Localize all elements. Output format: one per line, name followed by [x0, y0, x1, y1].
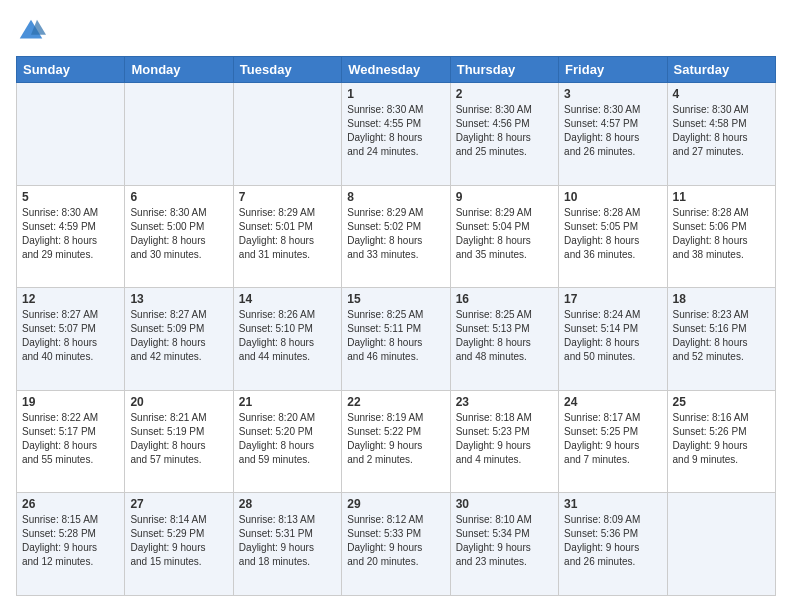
day-info: Sunrise: 8:16 AM Sunset: 5:26 PM Dayligh…	[673, 411, 770, 467]
calendar-cell: 21Sunrise: 8:20 AM Sunset: 5:20 PM Dayli…	[233, 390, 341, 493]
day-info: Sunrise: 8:23 AM Sunset: 5:16 PM Dayligh…	[673, 308, 770, 364]
calendar-cell: 8Sunrise: 8:29 AM Sunset: 5:02 PM Daylig…	[342, 185, 450, 288]
calendar-cell: 16Sunrise: 8:25 AM Sunset: 5:13 PM Dayli…	[450, 288, 558, 391]
calendar-cell: 5Sunrise: 8:30 AM Sunset: 4:59 PM Daylig…	[17, 185, 125, 288]
day-number: 17	[564, 292, 661, 306]
weekday-header-monday: Monday	[125, 57, 233, 83]
day-info: Sunrise: 8:10 AM Sunset: 5:34 PM Dayligh…	[456, 513, 553, 569]
day-number: 11	[673, 190, 770, 204]
day-info: Sunrise: 8:30 AM Sunset: 4:59 PM Dayligh…	[22, 206, 119, 262]
day-info: Sunrise: 8:19 AM Sunset: 5:22 PM Dayligh…	[347, 411, 444, 467]
calendar-cell: 18Sunrise: 8:23 AM Sunset: 5:16 PM Dayli…	[667, 288, 775, 391]
calendar-cell: 30Sunrise: 8:10 AM Sunset: 5:34 PM Dayli…	[450, 493, 558, 596]
day-info: Sunrise: 8:28 AM Sunset: 5:06 PM Dayligh…	[673, 206, 770, 262]
day-info: Sunrise: 8:18 AM Sunset: 5:23 PM Dayligh…	[456, 411, 553, 467]
day-info: Sunrise: 8:13 AM Sunset: 5:31 PM Dayligh…	[239, 513, 336, 569]
calendar-cell: 2Sunrise: 8:30 AM Sunset: 4:56 PM Daylig…	[450, 83, 558, 186]
day-number: 30	[456, 497, 553, 511]
page: SundayMondayTuesdayWednesdayThursdayFrid…	[0, 0, 792, 612]
day-info: Sunrise: 8:30 AM Sunset: 4:56 PM Dayligh…	[456, 103, 553, 159]
day-info: Sunrise: 8:24 AM Sunset: 5:14 PM Dayligh…	[564, 308, 661, 364]
header	[16, 16, 776, 46]
calendar-table: SundayMondayTuesdayWednesdayThursdayFrid…	[16, 56, 776, 596]
logo-icon	[16, 16, 46, 46]
day-number: 3	[564, 87, 661, 101]
weekday-header-friday: Friday	[559, 57, 667, 83]
day-info: Sunrise: 8:21 AM Sunset: 5:19 PM Dayligh…	[130, 411, 227, 467]
calendar-week-4: 19Sunrise: 8:22 AM Sunset: 5:17 PM Dayli…	[17, 390, 776, 493]
weekday-header-saturday: Saturday	[667, 57, 775, 83]
calendar-cell: 1Sunrise: 8:30 AM Sunset: 4:55 PM Daylig…	[342, 83, 450, 186]
day-info: Sunrise: 8:30 AM Sunset: 4:55 PM Dayligh…	[347, 103, 444, 159]
day-number: 24	[564, 395, 661, 409]
calendar-week-3: 12Sunrise: 8:27 AM Sunset: 5:07 PM Dayli…	[17, 288, 776, 391]
weekday-header-row: SundayMondayTuesdayWednesdayThursdayFrid…	[17, 57, 776, 83]
day-info: Sunrise: 8:22 AM Sunset: 5:17 PM Dayligh…	[22, 411, 119, 467]
calendar-cell: 31Sunrise: 8:09 AM Sunset: 5:36 PM Dayli…	[559, 493, 667, 596]
day-info: Sunrise: 8:26 AM Sunset: 5:10 PM Dayligh…	[239, 308, 336, 364]
calendar-cell: 20Sunrise: 8:21 AM Sunset: 5:19 PM Dayli…	[125, 390, 233, 493]
calendar-cell	[17, 83, 125, 186]
calendar-cell: 13Sunrise: 8:27 AM Sunset: 5:09 PM Dayli…	[125, 288, 233, 391]
calendar-cell: 23Sunrise: 8:18 AM Sunset: 5:23 PM Dayli…	[450, 390, 558, 493]
day-number: 4	[673, 87, 770, 101]
calendar-cell	[233, 83, 341, 186]
calendar-cell: 11Sunrise: 8:28 AM Sunset: 5:06 PM Dayli…	[667, 185, 775, 288]
day-number: 18	[673, 292, 770, 306]
weekday-header-thursday: Thursday	[450, 57, 558, 83]
day-number: 23	[456, 395, 553, 409]
day-number: 28	[239, 497, 336, 511]
day-number: 16	[456, 292, 553, 306]
day-info: Sunrise: 8:12 AM Sunset: 5:33 PM Dayligh…	[347, 513, 444, 569]
day-info: Sunrise: 8:29 AM Sunset: 5:02 PM Dayligh…	[347, 206, 444, 262]
day-number: 2	[456, 87, 553, 101]
day-info: Sunrise: 8:20 AM Sunset: 5:20 PM Dayligh…	[239, 411, 336, 467]
calendar-cell: 6Sunrise: 8:30 AM Sunset: 5:00 PM Daylig…	[125, 185, 233, 288]
day-number: 29	[347, 497, 444, 511]
day-info: Sunrise: 8:27 AM Sunset: 5:09 PM Dayligh…	[130, 308, 227, 364]
weekday-header-sunday: Sunday	[17, 57, 125, 83]
calendar-cell: 3Sunrise: 8:30 AM Sunset: 4:57 PM Daylig…	[559, 83, 667, 186]
day-number: 1	[347, 87, 444, 101]
calendar-week-2: 5Sunrise: 8:30 AM Sunset: 4:59 PM Daylig…	[17, 185, 776, 288]
day-info: Sunrise: 8:14 AM Sunset: 5:29 PM Dayligh…	[130, 513, 227, 569]
calendar-cell: 4Sunrise: 8:30 AM Sunset: 4:58 PM Daylig…	[667, 83, 775, 186]
day-number: 9	[456, 190, 553, 204]
day-info: Sunrise: 8:25 AM Sunset: 5:11 PM Dayligh…	[347, 308, 444, 364]
calendar-cell: 27Sunrise: 8:14 AM Sunset: 5:29 PM Dayli…	[125, 493, 233, 596]
day-number: 6	[130, 190, 227, 204]
day-number: 15	[347, 292, 444, 306]
calendar-cell: 24Sunrise: 8:17 AM Sunset: 5:25 PM Dayli…	[559, 390, 667, 493]
day-number: 12	[22, 292, 119, 306]
weekday-header-tuesday: Tuesday	[233, 57, 341, 83]
day-number: 31	[564, 497, 661, 511]
day-number: 22	[347, 395, 444, 409]
day-number: 8	[347, 190, 444, 204]
calendar-cell: 10Sunrise: 8:28 AM Sunset: 5:05 PM Dayli…	[559, 185, 667, 288]
calendar-cell: 25Sunrise: 8:16 AM Sunset: 5:26 PM Dayli…	[667, 390, 775, 493]
day-info: Sunrise: 8:30 AM Sunset: 4:57 PM Dayligh…	[564, 103, 661, 159]
calendar-cell	[125, 83, 233, 186]
day-info: Sunrise: 8:25 AM Sunset: 5:13 PM Dayligh…	[456, 308, 553, 364]
day-number: 20	[130, 395, 227, 409]
day-number: 26	[22, 497, 119, 511]
day-info: Sunrise: 8:27 AM Sunset: 5:07 PM Dayligh…	[22, 308, 119, 364]
day-number: 25	[673, 395, 770, 409]
day-info: Sunrise: 8:15 AM Sunset: 5:28 PM Dayligh…	[22, 513, 119, 569]
day-info: Sunrise: 8:28 AM Sunset: 5:05 PM Dayligh…	[564, 206, 661, 262]
calendar-cell: 26Sunrise: 8:15 AM Sunset: 5:28 PM Dayli…	[17, 493, 125, 596]
day-info: Sunrise: 8:29 AM Sunset: 5:04 PM Dayligh…	[456, 206, 553, 262]
calendar-cell: 12Sunrise: 8:27 AM Sunset: 5:07 PM Dayli…	[17, 288, 125, 391]
weekday-header-wednesday: Wednesday	[342, 57, 450, 83]
day-number: 10	[564, 190, 661, 204]
calendar-cell: 14Sunrise: 8:26 AM Sunset: 5:10 PM Dayli…	[233, 288, 341, 391]
calendar-week-1: 1Sunrise: 8:30 AM Sunset: 4:55 PM Daylig…	[17, 83, 776, 186]
calendar-cell: 29Sunrise: 8:12 AM Sunset: 5:33 PM Dayli…	[342, 493, 450, 596]
day-number: 5	[22, 190, 119, 204]
calendar-cell: 22Sunrise: 8:19 AM Sunset: 5:22 PM Dayli…	[342, 390, 450, 493]
calendar-cell: 9Sunrise: 8:29 AM Sunset: 5:04 PM Daylig…	[450, 185, 558, 288]
calendar-week-5: 26Sunrise: 8:15 AM Sunset: 5:28 PM Dayli…	[17, 493, 776, 596]
calendar-cell: 15Sunrise: 8:25 AM Sunset: 5:11 PM Dayli…	[342, 288, 450, 391]
calendar-cell: 17Sunrise: 8:24 AM Sunset: 5:14 PM Dayli…	[559, 288, 667, 391]
day-number: 21	[239, 395, 336, 409]
